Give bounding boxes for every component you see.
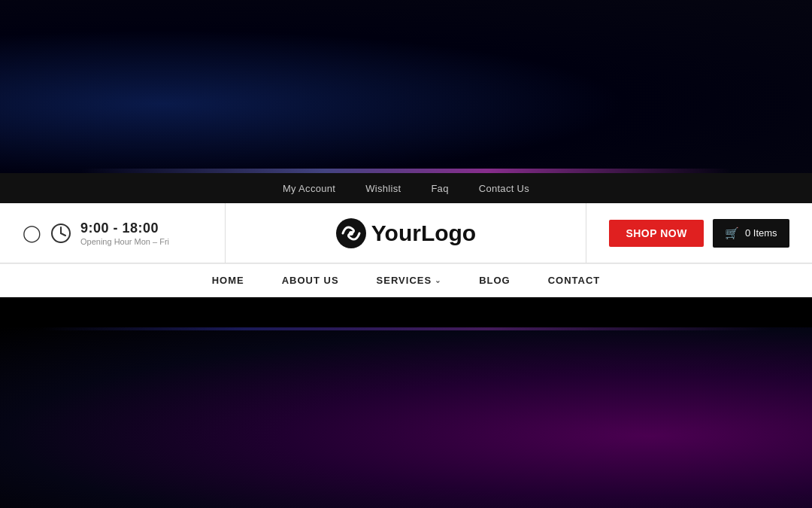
nav-services-label: SERVICES — [377, 275, 432, 286]
topbar-faq[interactable]: Faq — [431, 183, 448, 194]
shop-now-button[interactable]: SHOP NOW — [609, 220, 704, 247]
logo-icon — [335, 217, 367, 249]
header-right: SHOP NOW 🛒 0 Items — [586, 203, 812, 263]
cart-button[interactable]: 🛒 0 Items — [713, 219, 789, 248]
cart-icon: 🛒 — [725, 227, 739, 240]
logo[interactable]: YourLogo — [335, 217, 476, 249]
content-wrapper: My Account Wishlist Faq Contact Us ◯ 9:0… — [0, 173, 812, 297]
nav-contact[interactable]: CONTACT — [548, 275, 601, 286]
clock-icon: ◯ — [23, 224, 41, 243]
svg-point-4 — [349, 231, 353, 236]
chevron-down-icon: ⌄ — [435, 276, 441, 284]
hours-info: 9:00 - 18:00 Opening Hour Mon – Fri — [80, 221, 169, 246]
nav-services[interactable]: SERVICES ⌄ — [377, 275, 442, 286]
logo-text-bold: Logo — [421, 221, 476, 245]
nav-about-us[interactable]: ABOUT US — [282, 275, 339, 286]
clock-svg-icon — [50, 223, 71, 244]
bg-top — [0, 0, 812, 173]
header-center: YourLogo — [226, 203, 586, 263]
hours-time: 9:00 - 18:00 — [80, 221, 169, 236]
bg-bottom — [0, 327, 812, 508]
hours-sub: Opening Hour Mon – Fri — [80, 237, 169, 246]
top-bar: My Account Wishlist Faq Contact Us — [0, 173, 812, 203]
nav-home[interactable]: HOME — [212, 275, 244, 286]
nav-bar: HOME ABOUT US SERVICES ⌄ BLOG CONTACT — [0, 263, 812, 297]
nav-blog[interactable]: BLOG — [479, 275, 511, 286]
topbar-contact-us[interactable]: Contact Us — [479, 183, 529, 194]
header: ◯ 9:00 - 18:00 Opening Hour Mon – Fri — [0, 203, 812, 263]
topbar-wishlist[interactable]: Wishlist — [365, 183, 401, 194]
topbar-my-account[interactable]: My Account — [283, 183, 335, 194]
logo-text: YourLogo — [371, 221, 476, 246]
cart-count-label: 0 Items — [745, 227, 777, 239]
logo-text-regular: Your — [371, 221, 421, 245]
svg-line-2 — [61, 233, 65, 236]
header-left: ◯ 9:00 - 18:00 Opening Hour Mon – Fri — [0, 203, 226, 263]
